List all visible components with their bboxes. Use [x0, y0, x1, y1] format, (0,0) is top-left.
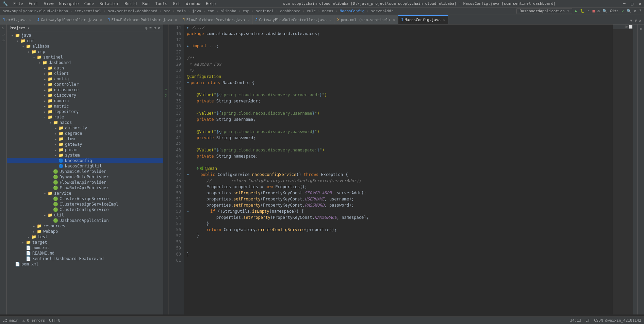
fold-icon[interactable]: ▾ — [187, 172, 189, 178]
tree-item-com[interactable]: ▾ 📁 com — [7, 38, 163, 44]
close-tab-btn[interactable]: ✕ — [329, 18, 331, 22]
breadcrumb-item-7[interactable]: alibaba — [220, 9, 236, 13]
tree-item-discovery[interactable]: ▸ 📁 discovery — [7, 93, 163, 98]
tab-flow-publisher[interactable]: J FlowRuleNacosPublisher.java ✕ — [105, 15, 180, 24]
tree-item-repository[interactable]: ▸ 📁 repository — [7, 109, 163, 114]
close-tab-btn[interactable]: ✕ — [248, 18, 250, 22]
tree-item-pom-xml[interactable]: 📄 pom.xml — [7, 245, 163, 250]
tab-gateway-api[interactable]: J GatewayApiController.java ✕ — [34, 15, 105, 24]
tree-item-param[interactable]: ▸ 📁 param — [7, 147, 163, 152]
scrollbar[interactable] — [633, 25, 637, 314]
tree-item-nacos-config-util[interactable]: 🔵 NacosConfigUtil — [7, 163, 163, 169]
tree-item-dynamic-rule-publisher[interactable]: 🟢 DynamicRulePublisher — [7, 174, 163, 180]
tree-item-system[interactable]: ▸ 📁 system — [7, 152, 163, 158]
tree-item-root-pom[interactable]: 📄 pom.xml — [7, 261, 163, 267]
git-checkmark[interactable]: ✓ — [622, 9, 624, 13]
tree-item-metric[interactable]: ▸ 📁 metric — [7, 103, 163, 109]
coverage-btn[interactable]: ☂ — [588, 9, 590, 13]
fold-icon[interactable]: ▾ — [187, 208, 189, 214]
encoding[interactable]: UTF-8 — [49, 318, 60, 323]
tree-item-flow-rule-api-publisher[interactable]: 🟢 FlowRuleApiPublisher — [7, 185, 163, 191]
tab-nacos-config[interactable]: J NacosConfig.java ✕ — [398, 15, 449, 24]
debug-btn[interactable]: 🐛 — [580, 9, 585, 13]
breadcrumb-item-2[interactable]: scm-sentinel-dashboard — [108, 9, 158, 13]
tree-item-util[interactable]: ▸ 📁 util — [7, 212, 163, 218]
right-icon-1[interactable]: ≡ — [640, 27, 642, 31]
tab-gateway-flow[interactable]: J GatewayFlowRuleController.java ✕ — [253, 15, 334, 24]
tree-item-dashboard[interactable]: ▾ 📁 dashboard — [7, 60, 163, 65]
menu-tools[interactable]: Tools — [155, 1, 167, 6]
tree-item-cluster-assign-service[interactable]: 🟢 ClusterAssignService — [7, 196, 163, 201]
tree-item-java[interactable]: ▾ 📁 java — [7, 33, 163, 38]
tree-item-cluster-assign-service-impl[interactable]: 🟢 ClusterAssignServiceImpl — [7, 201, 163, 207]
minimize-btn[interactable]: ─ — [623, 1, 625, 6]
tree-item-alibaba[interactable]: ▾ 📁 alibaba — [7, 44, 163, 49]
menu-build[interactable]: Build — [125, 1, 137, 6]
tree-item-webapp[interactable]: ▸ 📁 webapp — [7, 229, 163, 234]
expand-btn[interactable]: ≡ — [149, 26, 152, 30]
project-icon[interactable]: P — [1, 27, 5, 30]
menu-refactor[interactable]: Refactor — [99, 1, 119, 6]
tree-item-cluster-config-service[interactable]: 🟢 ClusterConfigService — [7, 207, 163, 212]
menu-navigate[interactable]: Navigate — [59, 1, 79, 6]
close-tab-btn[interactable]: ✕ — [175, 18, 177, 22]
tree-item-readme[interactable]: 📄 README.md — [7, 250, 163, 256]
tree-item-flow-rule-api-provider[interactable]: 🟢 FlowRuleApiProvider — [7, 180, 163, 185]
fold-icon[interactable]: ▾ — [187, 80, 189, 86]
fold-icon[interactable]: ▸ — [187, 43, 189, 49]
search-everywhere[interactable]: 🔍 — [627, 9, 631, 13]
tree-item-rule[interactable]: ▾ 📁 rule — [7, 114, 163, 120]
breadcrumb-item-11[interactable]: rule — [307, 9, 316, 13]
locate-btn[interactable]: ◎ — [145, 26, 148, 30]
tree-item-controller[interactable]: ▸ 📁 controller — [7, 82, 163, 87]
breadcrumb-item-9[interactable]: sentinel — [256, 9, 274, 13]
tree-item-datasource[interactable]: ▸ 📁 datasource — [7, 87, 163, 93]
tree-item-resources[interactable]: ▸ 📁 resources — [7, 223, 163, 229]
collapse-btn[interactable]: ⊟ — [154, 26, 156, 30]
settings-gear[interactable]: ⚙ — [158, 26, 160, 30]
menu-file[interactable]: File — [13, 1, 23, 6]
menu-window[interactable]: Window — [186, 1, 200, 6]
git-search[interactable]: 🔍 — [602, 9, 607, 13]
stop-btn[interactable]: ■ — [592, 9, 595, 13]
tree-item-dashboard-app[interactable]: 🟢 DashboardApplication — [7, 218, 163, 223]
menu-edit[interactable]: Edit — [29, 1, 38, 6]
fold-icon[interactable]: ▸ — [187, 25, 189, 31]
tree-item-nacos[interactable]: ▾ 📁 nacos — [7, 120, 163, 125]
close-tab-btn[interactable]: ✕ — [100, 18, 102, 22]
tree-item-sentinel[interactable]: ▾ 📁 sentinel — [7, 54, 163, 60]
breadcrumb-item-12[interactable]: nacos — [322, 9, 333, 13]
breadcrumb-item-8[interactable]: csp — [243, 9, 249, 13]
git-branch[interactable]: ⎇ main — [3, 318, 18, 323]
menu-run[interactable]: Run — [142, 1, 150, 6]
breadcrumb-item-5[interactable]: java — [192, 9, 201, 13]
breadcrumb-item-6[interactable]: com — [208, 9, 214, 13]
breadcrumb-item-3[interactable]: src — [164, 9, 170, 13]
breadcrumb-item-0[interactable]: scm-supplychain-cloud-alibaba — [3, 9, 68, 13]
close-tab-btn[interactable]: ✕ — [443, 18, 445, 22]
menu-git[interactable]: Git — [173, 1, 180, 6]
tree-item-client[interactable]: ▸ 📁 client — [7, 71, 163, 76]
learn-icon[interactable]: L — [2, 34, 5, 35]
breadcrumb-item-1[interactable]: scm-sentinel — [75, 9, 101, 13]
menu-view[interactable]: View — [44, 1, 54, 6]
tree-item-dynamic-rule-provider[interactable]: 🟢 DynamicRuleProvider — [7, 169, 163, 174]
code-editor[interactable]: ⚠ ○ 14 16 17 18 27 28 29 30 31 32 33 34 … — [163, 25, 637, 314]
tree-item-test[interactable]: ▸ 📁 test — [7, 234, 163, 240]
tree-item-domain[interactable]: ▸ 📁 domain — [7, 98, 163, 103]
breadcrumb-item-4[interactable]: main — [177, 9, 186, 13]
breadcrumb-item-13[interactable]: NacosConfig — [340, 9, 365, 13]
run-config-dropdown[interactable]: DashboardApplication ▾ — [516, 8, 572, 14]
breadcrumb-item-10[interactable]: dashboard — [280, 9, 300, 13]
tab-more-btn[interactable]: ▼ 9 ∧ — [627, 17, 644, 24]
tree-item-sentinel-md[interactable]: 📄 Sentinel_Dashboard_Feature.md — [7, 256, 163, 261]
help-btn[interactable]: ? — [639, 9, 641, 13]
tree-item-auth[interactable]: ▸ 📁 auth — [7, 65, 163, 71]
code-content[interactable]: ▸ /.../ package com.alibaba.csp.sentinel… — [184, 25, 613, 314]
close-tab-btn[interactable]: ✕ — [29, 18, 31, 22]
tree-item-target[interactable]: ▸ 📁 target — [7, 240, 163, 245]
close-btn[interactable]: ✕ — [639, 1, 641, 6]
tree-item-service[interactable]: ▾ 📁 service — [7, 191, 163, 196]
problems-count[interactable]: ⚠ 0 errors — [22, 318, 45, 323]
breadcrumb-item-14[interactable]: serverAddr — [371, 9, 393, 13]
